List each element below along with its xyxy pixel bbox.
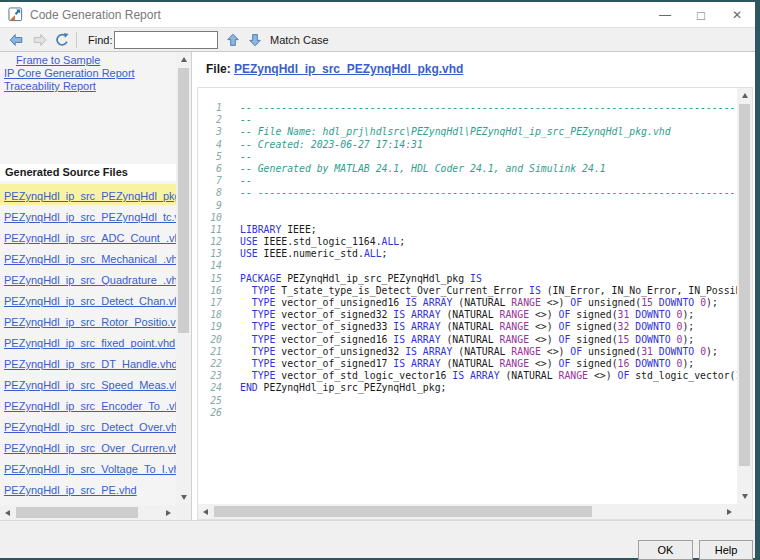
code-line: 15PACKAGE PEZynqHdl_ip_src_PEZynqHdl_pkg… <box>198 273 737 285</box>
line-number: 18 <box>198 309 232 321</box>
scroll-up-arrow[interactable] <box>737 88 752 103</box>
code-line: 20 TYPE vector_of_signed16 IS ARRAY (NAT… <box>198 334 737 346</box>
generated-file-link[interactable]: PEZynqHdl_ip_src_Rotor_Positio.vhd <box>4 316 176 328</box>
forward-button[interactable] <box>32 32 48 48</box>
scroll-up-arrow[interactable] <box>176 52 191 67</box>
code-text: -- File Name: hdl_prj\hdlsrc\PEZynqHdl\P… <box>240 126 671 138</box>
code-line: 24END PEZynqHdl_ip_src_PEZynqHdl_pkg; <box>198 382 737 394</box>
generated-file-row: PEZynqHdl_ip_src_Encoder_To_.vhd <box>0 394 176 415</box>
scroll-left-arrow[interactable] <box>198 504 213 519</box>
generated-file-link[interactable]: PEZynqHdl_ip_src_PEZynqHdl_pkg.vhd <box>4 190 176 202</box>
code-line: 19 TYPE vector_of_signed33 IS ARRAY (NAT… <box>198 321 737 333</box>
generated-file-link[interactable]: PEZynqHdl_ip_src_Detect_Over.vhd <box>4 421 176 433</box>
code-line: 14 <box>198 260 737 272</box>
sidebar-report-link[interactable]: Traceability Report <box>4 80 176 93</box>
generated-file-row: PEZynqHdl_ip_src_Quadrature_.vhd <box>0 268 176 289</box>
generated-source-files-header: Generated Source Files <box>0 164 176 178</box>
line-number: 19 <box>198 321 232 333</box>
maximize-button[interactable]: □ <box>683 2 719 28</box>
code-line: 2-- <box>198 114 737 126</box>
sidebar-report-link[interactable]: IP Core Generation Report <box>4 67 176 80</box>
line-number: 16 <box>198 285 232 297</box>
generated-file-link[interactable]: PEZynqHdl_ip_src_PEZynqHdl_tc.vhd <box>4 211 176 223</box>
help-button[interactable]: Help <box>699 540 753 560</box>
code-text: LIBRARY IEEE; <box>240 224 317 236</box>
scroll-down-arrow[interactable] <box>176 490 191 505</box>
code-line: 26 <box>198 407 737 419</box>
line-number: 15 <box>198 273 232 285</box>
file-name-link[interactable]: PEZynqHdl_ip_src_PEZynqHdl_pkg.vhd <box>234 62 463 76</box>
sidebar-horizontal-scrollbar[interactable] <box>0 505 176 520</box>
generated-file-link[interactable]: PEZynqHdl_ip_src_PE.vhd <box>4 484 137 496</box>
generated-file-row: PEZynqHdl_ip_src_fixed_point.vhd <box>0 331 176 352</box>
find-input[interactable] <box>114 31 218 49</box>
close-button[interactable]: ✕ <box>719 2 755 28</box>
code-text: -- Generated by MATLAB 24.1, HDL Coder 2… <box>240 163 606 175</box>
generated-file-link[interactable]: PEZynqHdl_ip_src_ADC_Count_.vhd <box>4 232 176 244</box>
line-number: 9 <box>198 200 232 212</box>
generated-file-row: PEZynqHdl_ip_src_PE.vhd <box>0 478 176 499</box>
code-line: 3-- File Name: hdl_prj\hdlsrc\PEZynqHdl\… <box>198 126 737 138</box>
report-app-icon <box>8 7 23 22</box>
sidebar-scroll-corner <box>176 505 191 520</box>
code-line: 17 TYPE vector_of_unsigned16 IS ARRAY (N… <box>198 297 737 309</box>
code-text: TYPE vector_of_unsigned16 IS ARRAY (NATU… <box>240 297 718 309</box>
report-links: Frame to SampleIP Core Generation Report… <box>4 54 176 93</box>
ok-button[interactable]: OK <box>638 540 693 560</box>
sidebar-vscroll-thumb[interactable] <box>178 68 189 333</box>
find-previous-button[interactable] <box>225 32 241 48</box>
match-case-toggle[interactable]: Match Case <box>270 34 329 46</box>
find-next-button[interactable] <box>247 32 263 48</box>
code-line: 1-- ------------------------------------… <box>198 102 737 114</box>
scroll-left-arrow[interactable] <box>0 505 15 520</box>
sidebar-hscroll-thumb[interactable] <box>16 507 138 518</box>
code-line: 18 TYPE vector_of_signed32 IS ARRAY (NAT… <box>198 309 737 321</box>
scroll-right-arrow[interactable] <box>722 504 737 519</box>
code-text: -- <box>240 151 252 163</box>
code-line: 8-- ------------------------------------… <box>198 187 737 199</box>
generated-file-link[interactable]: PEZynqHdl_ip_src_Voltage_To_I.vhd <box>4 463 176 475</box>
generated-file-row: PEZynqHdl_ip_src_Detect_Over.vhd <box>0 415 176 436</box>
code-line: 4-- Created: 2023-06-27 17:14:31 <box>198 139 737 151</box>
code-vscroll-thumb[interactable] <box>739 104 750 466</box>
scroll-right-arrow[interactable] <box>161 505 176 520</box>
line-number: 21 <box>198 346 232 358</box>
window-title: Code Generation Report <box>30 8 161 22</box>
code-generation-report-window: Code Generation Report — □ ✕ Find: <box>0 2 755 558</box>
generated-file-row: PEZynqHdl_ip_src_Speed_Meas.vhd <box>0 373 176 394</box>
code-vertical-scrollbar[interactable] <box>737 88 752 504</box>
code-line: 13USE IEEE.numeric_std.ALL; <box>198 248 737 260</box>
scroll-down-arrow[interactable] <box>737 489 752 504</box>
code-view-pane: File: PEZynqHdl_ip_src_PEZynqHdl_pkg.vhd… <box>192 52 755 520</box>
sidebar-vertical-scrollbar[interactable] <box>176 52 191 505</box>
minimize-button[interactable]: — <box>647 2 683 28</box>
code-viewport: 1-- ------------------------------------… <box>197 87 753 520</box>
file-header: File: PEZynqHdl_ip_src_PEZynqHdl_pkg.vhd <box>206 62 463 76</box>
line-number: 1 <box>198 102 232 114</box>
line-number: 4 <box>198 139 232 151</box>
code-line: 23 TYPE vector_of_std_logic_vector16 IS … <box>198 370 737 382</box>
generated-file-row: PEZynqHdl_ip_src_ADC_Count_.vhd <box>0 226 176 247</box>
sidebar-report-link[interactable]: Frame to Sample <box>4 54 176 67</box>
generated-file-link[interactable]: PEZynqHdl_ip_src_Encoder_To_.vhd <box>4 400 176 412</box>
generated-file-link[interactable]: PEZynqHdl_ip_src_Speed_Meas.vhd <box>4 379 176 391</box>
line-number: 3 <box>198 126 232 138</box>
generated-file-link[interactable]: PEZynqHdl_ip_src_fixed_point.vhd <box>4 337 175 349</box>
line-number: 10 <box>198 212 232 224</box>
code-text: USE IEEE.numeric_std.ALL; <box>240 248 387 260</box>
generated-file-row: PEZynqHdl_ip_src_PEZynqHdl_pkg.vhd <box>0 184 176 205</box>
code-hscroll-thumb[interactable] <box>214 506 592 517</box>
generated-file-link[interactable]: PEZynqHdl_ip_src_Mechanical_.vhd <box>4 253 176 265</box>
generated-file-link[interactable]: PEZynqHdl_ip_src_DT_Handle.vhd <box>4 358 176 370</box>
code-horizontal-scrollbar[interactable] <box>198 504 737 519</box>
code-text: -- -------------------------------------… <box>240 187 737 199</box>
generated-file-link[interactable]: PEZynqHdl_ip_src_Detect_Chan.vhd <box>4 295 176 307</box>
generated-file-link[interactable]: PEZynqHdl_ip_src_Quadrature_.vhd <box>4 274 176 286</box>
generated-file-link[interactable]: PEZynqHdl_ip_src_Over_Curren.vhd <box>4 442 176 454</box>
code-text: TYPE vector_of_signed16 IS ARRAY (NATURA… <box>240 334 694 346</box>
back-button[interactable] <box>8 32 24 48</box>
code-line: 25 <box>198 395 737 407</box>
refresh-button[interactable] <box>54 32 70 48</box>
line-number: 8 <box>198 187 232 199</box>
toolbar-separator <box>76 32 77 48</box>
